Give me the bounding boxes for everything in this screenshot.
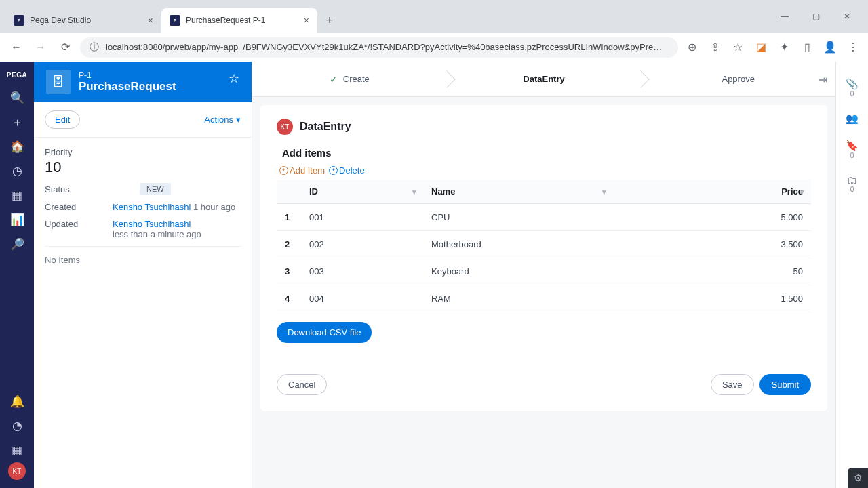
forward-button[interactable]: → [31,38,50,57]
recents-icon[interactable]: ◔ [3,414,31,437]
case-title: PurchaseRequest [79,80,176,94]
url-text: localhost:8080/prweb/app/my-app_/B9FWNGy… [106,42,662,52]
table-row[interactable]: 1 001 CPU 5,000 [277,204,811,231]
right-utility-rail: 📎0 👥 🔖0 🗂0 [835,62,868,488]
search-icon[interactable]: 🔍 [3,86,31,109]
plus-circle-icon: + [279,166,288,175]
updated-label: Updated [45,219,113,229]
maximize-icon[interactable]: ▢ [800,5,831,27]
created-by-link[interactable]: Kensho Tsuchihashi [113,202,191,212]
actions-menu[interactable]: Actions ▾ [204,115,241,125]
window-controls: — ▢ ✕ [769,5,863,27]
related-icon[interactable]: 🗂0 [847,174,857,193]
close-icon[interactable]: × [148,15,153,26]
table-row[interactable]: 4 004 RAM 1,500 [277,285,811,312]
extension-icon[interactable]: ◪ [753,39,769,56]
tab-title: PurchaseRequest P-1 [186,16,265,25]
download-csv-button[interactable]: Download CSV file [277,322,372,343]
filter-icon[interactable]: ▾ [800,187,804,196]
sidepanel-icon[interactable]: ▯ [799,39,815,56]
stage-create[interactable]: Create [252,62,447,96]
settings-gear-icon[interactable]: ⚙ [848,468,868,488]
stage-label: DataEntry [523,74,564,84]
row-actions: + Add Item + Delete [279,165,811,176]
followers-icon[interactable]: 👥 [846,113,859,125]
back-button[interactable]: ← [7,38,26,57]
reports-icon[interactable]: 📊 [3,208,31,231]
home-icon[interactable]: 🏠 [3,135,31,158]
close-icon[interactable]: × [304,15,309,26]
priority-label: Priority [45,147,241,157]
explorer-icon[interactable]: ◷ [3,159,31,182]
case-id: P-1 [79,70,176,80]
submit-button[interactable]: Submit [760,374,811,395]
reload-button[interactable]: ⟳ [56,38,75,57]
url-input[interactable]: ⓘ localhost:8080/prweb/app/my-app_/B9FWN… [80,37,678,58]
grid-icon[interactable]: ▦ [3,439,31,462]
tools-icon[interactable]: 🔎 [3,232,31,256]
tab-title: Pega Dev Studio [30,16,91,25]
created-label: Created [45,202,113,212]
filter-icon[interactable]: ▾ [412,187,416,196]
go-icon[interactable]: ⇥ [818,73,827,85]
chevron-down-icon: ▾ [236,115,241,125]
case-header: 🗄 P-1 PurchaseRequest ☆ [34,62,252,102]
attachments-icon[interactable]: 📎0 [846,78,859,98]
col-price[interactable]: Price▾ [613,180,811,204]
profile-icon[interactable]: 👤 [822,39,838,56]
stage-label: Approve [722,74,754,84]
tab-bar: P Pega Dev Studio × P PurchaseRequest P-… [0,0,868,33]
zoom-icon[interactable]: ⊕ [684,39,700,56]
menu-icon[interactable]: ⋮ [845,39,861,56]
address-bar: ← → ⟳ ⓘ localhost:8080/prweb/app/my-app_… [0,33,868,62]
main-content: Create DataEntry Approve ⇥ KT DataEntry … [252,62,835,488]
filter-icon[interactable]: ▾ [602,187,606,196]
new-tab-button[interactable]: + [320,11,339,30]
section-title: Add items [282,147,811,159]
created-when: 1 hour ago [193,202,235,212]
add-item-link[interactable]: + Add Item [279,165,325,176]
extensions-icon[interactable]: ✦ [776,39,792,56]
case-type-icon: 🗄 [46,70,71,94]
user-avatar[interactable]: KT [8,462,26,480]
close-window-icon[interactable]: ✕ [831,5,863,27]
delete-link[interactable]: + Delete [329,165,365,176]
site-info-icon[interactable]: ⓘ [90,41,99,54]
tags-icon[interactable]: 🔖0 [846,140,859,159]
priority-value: 10 [45,159,241,176]
case-details: Priority 10 Status NEW Created Kensho Ts… [34,138,252,274]
actions-label: Actions [204,115,233,125]
edit-button[interactable]: Edit [45,110,80,129]
bookmark-icon[interactable]: ☆ [730,39,746,56]
table-row[interactable]: 3 003 Keyboard 50 [277,258,811,285]
notifications-icon[interactable]: 🔔 [3,390,31,413]
form-card: KT DataEntry Add items + Add Item + Dele… [260,105,827,411]
plus-circle-icon: + [329,166,338,175]
share-icon[interactable]: ⇪ [707,39,723,56]
stage-chevron-bar: Create DataEntry Approve ⇥ [252,62,835,97]
form-title: DataEntry [300,121,351,133]
minimize-icon[interactable]: — [769,5,800,27]
app-root: PEGA 🔍 ＋ 🏠 ◷ ▦ 📊 🔎 🔔 ◔ ▦ KT 🗄 P-1 Purcha… [0,62,868,488]
browser-tab-active[interactable]: P PurchaseRequest P-1 × [161,8,317,33]
create-icon[interactable]: ＋ [3,110,31,134]
col-id[interactable]: ID▾ [301,180,423,204]
stage-dataentry[interactable]: DataEntry [447,62,642,96]
stage-approve[interactable]: Approve [641,62,835,96]
updated-by-link[interactable]: Kensho Tsuchihashi [113,219,191,229]
favorite-icon[interactable]: ☆ [229,71,239,86]
save-button[interactable]: Save [711,374,754,395]
col-name[interactable]: Name▾ [423,180,613,204]
cancel-button[interactable]: Cancel [277,374,327,395]
status-label: Status [45,184,113,195]
browser-chrome: P Pega Dev Studio × P PurchaseRequest P-… [0,0,868,62]
table-row[interactable]: 2 002 Motherboard 3,500 [277,231,811,258]
apps-icon[interactable]: ▦ [3,184,31,207]
browser-tab[interactable]: P Pega Dev Studio × [5,8,161,33]
stage-label: Create [343,74,370,84]
case-actions-bar: Edit Actions ▾ [34,102,252,138]
assignee-avatar: KT [277,119,293,135]
form-footer: Cancel Save Submit [277,374,811,395]
left-nav-rail: PEGA 🔍 ＋ 🏠 ◷ ▦ 📊 🔎 🔔 ◔ ▦ KT [0,62,34,488]
case-summary-panel: 🗄 P-1 PurchaseRequest ☆ Edit Actions ▾ P… [34,62,252,488]
